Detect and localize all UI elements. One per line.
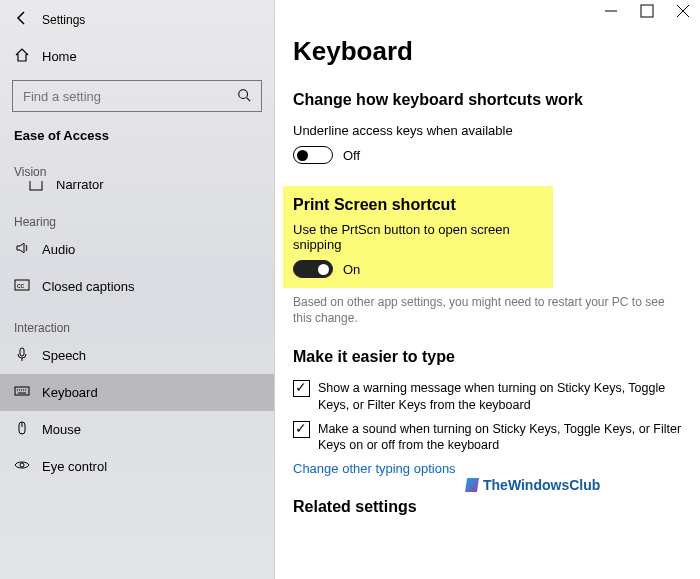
home-icon xyxy=(14,47,30,66)
svg-point-0 xyxy=(239,89,248,98)
group-interaction: Interaction xyxy=(0,305,274,337)
section-heading: Print Screen shortcut xyxy=(293,196,525,214)
svg-point-7 xyxy=(20,463,24,467)
group-vision: Vision xyxy=(0,149,274,181)
section-heading: Related settings xyxy=(293,498,682,516)
sidebar-item-mouse[interactable]: Mouse xyxy=(0,411,274,448)
cc-icon: cc xyxy=(14,277,30,296)
nav-home[interactable]: Home xyxy=(0,39,274,74)
svg-rect-5 xyxy=(15,387,29,395)
option-underline-label: Underline access keys when available xyxy=(293,123,682,138)
sidebar-item-cc[interactable]: cc Closed captions xyxy=(0,268,274,305)
sidebar-item-audio[interactable]: Audio xyxy=(0,231,274,268)
watermark-text: TheWindowsClub xyxy=(483,477,600,493)
nav-label: Narrator xyxy=(56,181,104,192)
checkbox-sound-label: Make a sound when turning on Sticky Keys… xyxy=(318,421,682,454)
nav-label: Closed captions xyxy=(42,279,135,294)
speech-icon xyxy=(14,346,30,365)
toggle-underline[interactable] xyxy=(293,146,333,164)
sidebar-item-eye[interactable]: Eye control xyxy=(0,448,274,485)
nav-home-label: Home xyxy=(42,49,77,64)
toggle-state: On xyxy=(343,262,360,277)
sidebar-item-keyboard[interactable]: Keyboard xyxy=(0,374,274,411)
mouse-icon xyxy=(14,420,30,439)
search-icon xyxy=(237,88,251,105)
nav-label: Audio xyxy=(42,242,75,257)
section-shortcuts: Change how keyboard shortcuts work Under… xyxy=(293,91,682,164)
section-heading: Make it easier to type xyxy=(293,348,682,366)
nav-label: Eye control xyxy=(42,459,107,474)
watermark: TheWindowsClub xyxy=(465,477,600,493)
sidebar-item-narrator[interactable]: Narrator xyxy=(0,181,274,199)
svg-rect-4 xyxy=(20,348,24,356)
maximize-icon[interactable] xyxy=(640,4,654,21)
search-input[interactable] xyxy=(23,89,223,104)
section-easier-type: Make it easier to type Show a warning me… xyxy=(293,348,682,476)
nav-label: Keyboard xyxy=(42,385,98,400)
checkbox-warning-label: Show a warning message when turning on S… xyxy=(318,380,682,413)
option-prtscn-label: Use the PrtScn button to open screen sni… xyxy=(293,222,525,252)
close-icon[interactable] xyxy=(676,4,690,21)
toggle-state: Off xyxy=(343,148,360,163)
nav-label: Mouse xyxy=(42,422,81,437)
section-related: Related settings xyxy=(293,498,682,516)
app-title: Settings xyxy=(42,13,85,27)
search-box[interactable] xyxy=(12,80,262,112)
sidebar-item-speech[interactable]: Speech xyxy=(0,337,274,374)
current-category: Ease of Access xyxy=(0,124,274,149)
sidebar: Settings Home Ease of Access Vision Narr… xyxy=(0,0,275,579)
toggle-prtscn[interactable] xyxy=(293,260,333,278)
audio-icon xyxy=(14,240,30,259)
svg-rect-8 xyxy=(641,5,653,17)
back-icon[interactable] xyxy=(14,10,30,29)
section-prtscn: Print Screen shortcut Use the PrtScn but… xyxy=(293,186,682,326)
minimize-icon[interactable] xyxy=(604,4,618,21)
section-heading: Change how keyboard shortcuts work xyxy=(293,91,682,109)
main-pane: Keyboard Change how keyboard shortcuts w… xyxy=(275,0,700,579)
group-hearing: Hearing xyxy=(0,199,274,231)
keyboard-icon xyxy=(14,383,30,402)
page-title: Keyboard xyxy=(293,36,682,67)
checkbox-sound[interactable] xyxy=(293,421,310,438)
svg-rect-1 xyxy=(30,181,42,190)
checkbox-warning[interactable] xyxy=(293,380,310,397)
prtscn-hint: Based on other app settings, you might n… xyxy=(293,294,682,326)
svg-text:cc: cc xyxy=(17,282,25,289)
nav-label: Speech xyxy=(42,348,86,363)
link-other-typing[interactable]: Change other typing options xyxy=(293,461,682,476)
eye-icon xyxy=(14,457,30,476)
watermark-icon xyxy=(465,478,479,492)
